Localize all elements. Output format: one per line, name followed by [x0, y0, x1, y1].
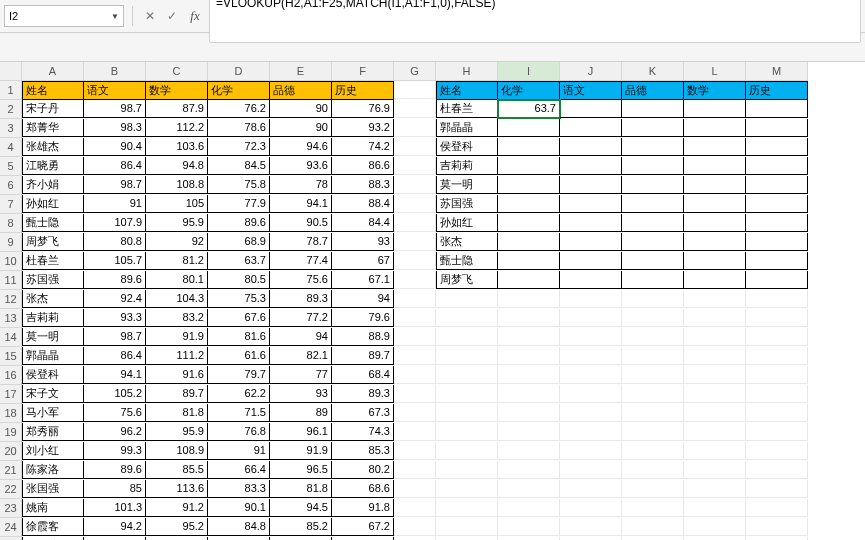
- cell-A5[interactable]: 江晓勇: [22, 157, 84, 175]
- cell-J18[interactable]: [560, 404, 622, 422]
- cell-J4[interactable]: [560, 138, 622, 156]
- col-header-K[interactable]: K: [622, 62, 684, 81]
- cell-E6[interactable]: 78: [270, 176, 332, 194]
- col-header-M[interactable]: M: [746, 62, 808, 81]
- cell-K20[interactable]: [622, 442, 684, 460]
- cell-M11[interactable]: [746, 271, 808, 289]
- row-header-1[interactable]: 1: [0, 81, 22, 100]
- cell-G7[interactable]: [394, 195, 436, 213]
- cell-J22[interactable]: [560, 480, 622, 498]
- cell-L12[interactable]: [684, 290, 746, 308]
- cell-E18[interactable]: 89: [270, 404, 332, 422]
- cell-K17[interactable]: [622, 385, 684, 403]
- cell-G19[interactable]: [394, 423, 436, 441]
- cell-F24[interactable]: 67.2: [332, 518, 394, 536]
- cell-K6[interactable]: [622, 176, 684, 194]
- cell-I11[interactable]: [498, 271, 560, 289]
- cell-M12[interactable]: [746, 290, 808, 308]
- cell-M10[interactable]: [746, 252, 808, 270]
- cell-E3[interactable]: 90: [270, 119, 332, 137]
- cell-C6[interactable]: 108.8: [146, 176, 208, 194]
- cell-H7[interactable]: 苏国强: [436, 195, 498, 213]
- cell-E15[interactable]: 82.1: [270, 347, 332, 365]
- cell-F12[interactable]: 94: [332, 290, 394, 308]
- cell-G4[interactable]: [394, 138, 436, 156]
- cell-C22[interactable]: 113.6: [146, 480, 208, 498]
- cell-J23[interactable]: [560, 499, 622, 517]
- cell-G18[interactable]: [394, 404, 436, 422]
- col-header-J[interactable]: J: [560, 62, 622, 81]
- cell-C11[interactable]: 80.1: [146, 271, 208, 289]
- cell-A6[interactable]: 齐小娟: [22, 176, 84, 194]
- cell-K8[interactable]: [622, 214, 684, 232]
- cell-L20[interactable]: [684, 442, 746, 460]
- cell-E13[interactable]: 77.2: [270, 309, 332, 327]
- cell-D18[interactable]: 71.5: [208, 404, 270, 422]
- cell-F13[interactable]: 79.6: [332, 309, 394, 327]
- cell-C7[interactable]: 105: [146, 195, 208, 213]
- cell-L21[interactable]: [684, 461, 746, 479]
- cell-K23[interactable]: [622, 499, 684, 517]
- col-header-E[interactable]: E: [270, 62, 332, 81]
- cell-H12[interactable]: [436, 290, 498, 308]
- row-header-10[interactable]: 10: [0, 252, 22, 271]
- cell-H21[interactable]: [436, 461, 498, 479]
- cell-K14[interactable]: [622, 328, 684, 346]
- cell-B24[interactable]: 94.2: [84, 518, 146, 536]
- cell-C21[interactable]: 85.5: [146, 461, 208, 479]
- cell-F16[interactable]: 68.4: [332, 366, 394, 384]
- cell-G13[interactable]: [394, 309, 436, 327]
- cell-F21[interactable]: 80.2: [332, 461, 394, 479]
- col-header-G[interactable]: G: [394, 62, 436, 81]
- cell-J14[interactable]: [560, 328, 622, 346]
- cell-I23[interactable]: [498, 499, 560, 517]
- cell-L24[interactable]: [684, 518, 746, 536]
- cell-I18[interactable]: [498, 404, 560, 422]
- cell-B20[interactable]: 99.3: [84, 442, 146, 460]
- row-header-2[interactable]: 2: [0, 100, 22, 119]
- cell-G16[interactable]: [394, 366, 436, 384]
- cell-B9[interactable]: 80.8: [84, 233, 146, 251]
- cell-A11[interactable]: 苏国强: [22, 271, 84, 289]
- cell-J16[interactable]: [560, 366, 622, 384]
- cell-K11[interactable]: [622, 271, 684, 289]
- cell-C10[interactable]: 81.2: [146, 252, 208, 270]
- cell-I4[interactable]: [498, 138, 560, 156]
- cell-B5[interactable]: 86.4: [84, 157, 146, 175]
- select-all-corner[interactable]: [0, 62, 22, 81]
- cancel-formula-icon[interactable]: ✕: [141, 7, 159, 25]
- cell-J8[interactable]: [560, 214, 622, 232]
- row-header-24[interactable]: 24: [0, 518, 22, 537]
- cell-A3[interactable]: 郑菁华: [22, 119, 84, 137]
- row-header-19[interactable]: 19: [0, 423, 22, 442]
- cell-F11[interactable]: 67.1: [332, 271, 394, 289]
- cell-E14[interactable]: 94: [270, 328, 332, 346]
- row-header-3[interactable]: 3: [0, 119, 22, 138]
- cell-H11[interactable]: 周梦飞: [436, 271, 498, 289]
- cell-K16[interactable]: [622, 366, 684, 384]
- cell-A14[interactable]: 莫一明: [22, 328, 84, 346]
- cell-J11[interactable]: [560, 271, 622, 289]
- cell-C18[interactable]: 81.8: [146, 404, 208, 422]
- cell-C8[interactable]: 95.9: [146, 214, 208, 232]
- cell-C12[interactable]: 104.3: [146, 290, 208, 308]
- cell-A9[interactable]: 周梦飞: [22, 233, 84, 251]
- cell-L11[interactable]: [684, 271, 746, 289]
- row-header-21[interactable]: 21: [0, 461, 22, 480]
- cell-M1[interactable]: 历史: [746, 81, 808, 100]
- row-header-9[interactable]: 9: [0, 233, 22, 252]
- cell-A24[interactable]: 徐霞客: [22, 518, 84, 536]
- cell-C9[interactable]: 92: [146, 233, 208, 251]
- cell-F7[interactable]: 88.4: [332, 195, 394, 213]
- cell-E1[interactable]: 品德: [270, 81, 332, 100]
- cell-G2[interactable]: [394, 100, 436, 118]
- cell-G5[interactable]: [394, 157, 436, 175]
- cell-F6[interactable]: 88.3: [332, 176, 394, 194]
- cell-C14[interactable]: 91.9: [146, 328, 208, 346]
- row-header-13[interactable]: 13: [0, 309, 22, 328]
- cell-A17[interactable]: 宋子文: [22, 385, 84, 403]
- cell-B8[interactable]: 107.9: [84, 214, 146, 232]
- cell-A2[interactable]: 宋子丹: [22, 100, 84, 118]
- cell-J15[interactable]: [560, 347, 622, 365]
- cell-M18[interactable]: [746, 404, 808, 422]
